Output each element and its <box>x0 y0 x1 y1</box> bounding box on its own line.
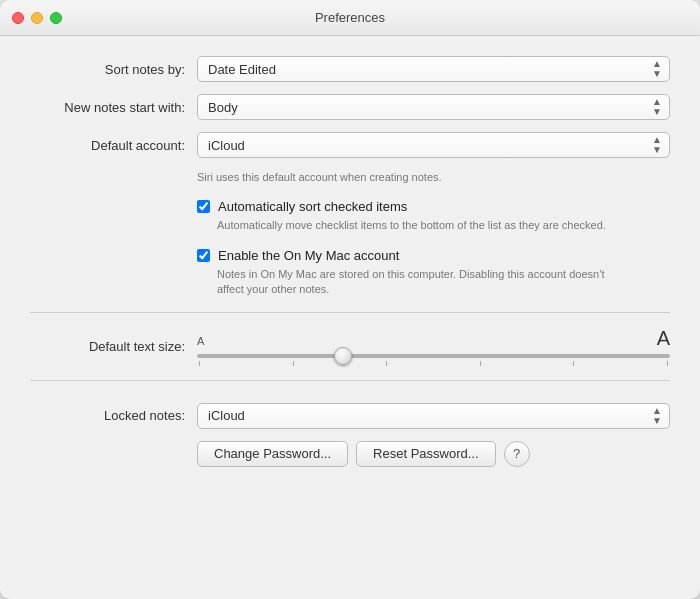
tick-1 <box>199 361 200 366</box>
tick-6 <box>667 361 668 366</box>
tick-5 <box>573 361 574 366</box>
on-my-mac-description: Notes in On My Mac are stored on this co… <box>217 267 617 298</box>
tick-3 <box>386 361 387 366</box>
default-account-row: Default account: iCloud On My Mac ▲▼ <box>30 132 670 158</box>
text-size-slider[interactable] <box>197 354 670 358</box>
auto-sort-label[interactable]: Automatically sort checked items <box>218 199 407 214</box>
sort-notes-select-wrapper: Date Edited Date Created Title ▲▼ <box>197 56 670 82</box>
slider-ticks <box>197 361 670 366</box>
tick-4 <box>480 361 481 366</box>
locked-notes-select-wrapper: iCloud On My Mac ▲▼ <box>197 403 670 429</box>
titlebar: Preferences <box>0 0 700 36</box>
on-my-mac-label[interactable]: Enable the On My Mac account <box>218 248 399 263</box>
default-account-label: Default account: <box>30 138 185 153</box>
locked-notes-label: Locked notes: <box>30 408 185 423</box>
help-button[interactable]: ? <box>504 441 530 467</box>
sort-notes-label: Sort notes by: <box>30 62 185 77</box>
sort-notes-select[interactable]: Date Edited Date Created Title <box>197 56 670 82</box>
default-account-select-wrapper: iCloud On My Mac ▲▼ <box>197 132 670 158</box>
close-button[interactable] <box>12 12 24 24</box>
default-account-control: iCloud On My Mac ▲▼ <box>197 132 670 158</box>
tick-2 <box>293 361 294 366</box>
siri-hint: Siri uses this default account when crea… <box>197 170 670 185</box>
on-my-mac-checkbox[interactable] <box>197 249 210 262</box>
reset-password-button[interactable]: Reset Password... <box>356 441 496 467</box>
password-buttons: Change Password... Reset Password... ? <box>197 441 670 467</box>
new-notes-label: New notes start with: <box>30 100 185 115</box>
size-small-label: A <box>197 335 204 347</box>
new-notes-select-wrapper: Body Title ▲▼ <box>197 94 670 120</box>
traffic-lights <box>12 12 62 24</box>
sort-notes-control: Date Edited Date Created Title ▲▼ <box>197 56 670 82</box>
preferences-window: Preferences Sort notes by: Date Edited D… <box>0 0 700 599</box>
locked-notes-section: Locked notes: iCloud On My Mac ▲▼ Ch <box>30 397 670 467</box>
text-size-label: Default text size: <box>30 339 185 354</box>
maximize-button[interactable] <box>50 12 62 24</box>
text-size-control: A A <box>197 327 670 366</box>
locked-notes-select[interactable]: iCloud On My Mac <box>197 403 670 429</box>
auto-sort-row: Automatically sort checked items <box>197 199 670 214</box>
locked-notes-control: iCloud On My Mac ▲▼ <box>197 403 670 429</box>
new-notes-row: New notes start with: Body Title ▲▼ <box>30 94 670 120</box>
new-notes-select[interactable]: Body Title <box>197 94 670 120</box>
preferences-content: Sort notes by: Date Edited Date Created … <box>0 36 700 599</box>
change-password-button[interactable]: Change Password... <box>197 441 348 467</box>
sort-notes-row: Sort notes by: Date Edited Date Created … <box>30 56 670 82</box>
text-size-row: Default text size: A A <box>30 327 670 366</box>
window-title: Preferences <box>315 10 385 25</box>
text-size-section: Default text size: A A <box>30 312 670 381</box>
locked-notes-row: Locked notes: iCloud On My Mac ▲▼ <box>30 403 670 429</box>
auto-sort-checkbox[interactable] <box>197 200 210 213</box>
default-account-select[interactable]: iCloud On My Mac <box>197 132 670 158</box>
on-my-mac-row: Enable the On My Mac account <box>197 248 670 263</box>
on-my-mac-section: Enable the On My Mac account Notes in On… <box>197 248 670 298</box>
minimize-button[interactable] <box>31 12 43 24</box>
auto-sort-description: Automatically move checklist items to th… <box>217 218 617 233</box>
new-notes-control: Body Title ▲▼ <box>197 94 670 120</box>
auto-sort-section: Automatically sort checked items Automat… <box>197 199 670 233</box>
